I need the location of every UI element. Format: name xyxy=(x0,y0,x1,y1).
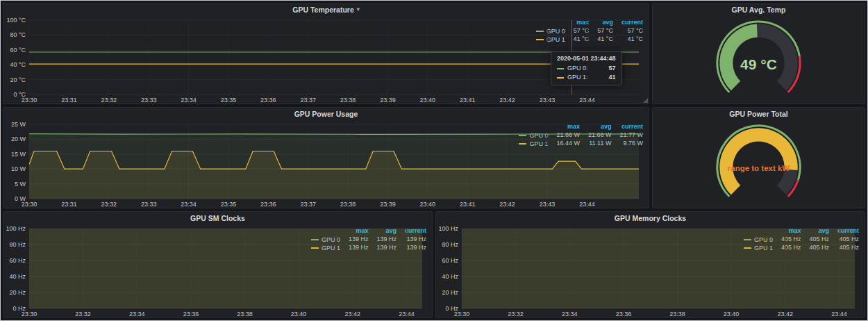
gpu-temperature-plot[interactable]: 23:3023:3123:3223:3323:3423:3523:3623:37… xyxy=(3,15,643,104)
svg-text:23:32: 23:32 xyxy=(508,311,524,318)
gpu-avg-temp-gauge: 49 °C xyxy=(653,15,865,104)
dashboard-row-2: GPU Power Usage 23:3023:3123:3223:3323:3… xyxy=(3,107,865,208)
svg-text:23:40: 23:40 xyxy=(420,97,436,104)
grafana-dashboard: GPU Temperature ▾ 23:3023:3123:3223:3323… xyxy=(0,0,868,321)
dashboard-row-1: GPU Temperature ▾ 23:3023:3123:3223:3323… xyxy=(3,3,865,104)
panel-title-text: GPU Power Usage xyxy=(294,110,358,118)
gpu-power-total-gauge: range to text kW xyxy=(653,120,865,208)
panel-title-text: GPU Avg. Temp xyxy=(732,6,786,14)
svg-text:23:32: 23:32 xyxy=(101,97,117,104)
svg-text:23:44: 23:44 xyxy=(579,97,595,104)
panel-title-gpu-memory-clocks[interactable]: GPU Memory Clocks xyxy=(436,212,865,224)
svg-text:23:40: 23:40 xyxy=(724,311,740,318)
panel-gpu-avg-temp: GPU Avg. Temp 49 °C xyxy=(652,3,865,104)
svg-text:23:36: 23:36 xyxy=(260,201,276,208)
gpu-power-usage-chart[interactable]: 23:3023:3123:3223:3323:3423:3523:3623:37… xyxy=(3,120,519,208)
svg-text:23:44: 23:44 xyxy=(399,311,415,318)
svg-text:23:41: 23:41 xyxy=(460,201,476,208)
svg-text:23:43: 23:43 xyxy=(540,201,556,208)
svg-text:23:37: 23:37 xyxy=(300,97,316,104)
gpu-memory-clocks-plot[interactable]: 23:3023:3223:3423:3623:3823:4023:4223:44… xyxy=(436,224,859,318)
svg-text:23:39: 23:39 xyxy=(380,201,396,208)
series-fill-1 xyxy=(29,224,422,308)
svg-text:15 W: 15 W xyxy=(11,151,26,158)
tooltip-series-row: GPU 1:41 xyxy=(557,73,616,82)
panel-title-gpu-power-usage[interactable]: GPU Power Usage xyxy=(3,108,649,120)
svg-text:0 Hz: 0 Hz xyxy=(445,305,458,312)
svg-text:23:34: 23:34 xyxy=(562,311,578,318)
svg-text:23:34: 23:34 xyxy=(181,97,197,104)
svg-text:23:42: 23:42 xyxy=(777,311,793,318)
svg-text:100 Hz: 100 Hz xyxy=(438,225,458,232)
svg-text:23:36: 23:36 xyxy=(183,311,199,318)
svg-text:40 °C: 40 °C xyxy=(10,61,26,68)
svg-text:23:33: 23:33 xyxy=(141,97,157,104)
svg-text:20 W: 20 W xyxy=(11,135,26,142)
svg-text:5 W: 5 W xyxy=(15,181,26,188)
shared-tooltip: 2020-05-01 23:44:48GPU 0:57GPU 1:41 xyxy=(551,51,622,85)
svg-text:23:32: 23:32 xyxy=(75,311,91,318)
panel-title-gpu-sm-clocks[interactable]: GPU SM Clocks xyxy=(3,212,432,224)
svg-text:100 Hz: 100 Hz xyxy=(6,225,26,232)
panel-resize-handle[interactable] xyxy=(643,98,648,103)
svg-text:23:36: 23:36 xyxy=(616,311,632,318)
gauge-value-text: 49 °C xyxy=(740,56,777,72)
svg-text:23:34: 23:34 xyxy=(181,201,197,208)
panel-body: 23:3023:3223:3423:3623:3823:4023:4223:44… xyxy=(3,224,432,318)
svg-text:25 W: 25 W xyxy=(11,121,26,128)
panel-title-gpu-temperature[interactable]: GPU Temperature ▾ xyxy=(3,3,649,15)
gpu-sm-clocks-chart[interactable]: 23:3023:3223:3423:3623:3823:4023:4223:44… xyxy=(3,224,311,318)
panel-title-text: GPU Memory Clocks xyxy=(615,214,686,222)
svg-text:23:34: 23:34 xyxy=(129,311,145,318)
svg-text:40 Hz: 40 Hz xyxy=(442,273,458,280)
svg-text:23:31: 23:31 xyxy=(61,97,77,104)
chevron-down-icon: ▾ xyxy=(357,6,360,13)
svg-text:40 Hz: 40 Hz xyxy=(9,273,26,280)
svg-text:23:36: 23:36 xyxy=(260,97,276,104)
svg-text:23:32: 23:32 xyxy=(101,201,117,208)
svg-text:23:31: 23:31 xyxy=(61,201,77,208)
panel-body: 23:3023:3223:3423:3623:3823:4023:4223:44… xyxy=(436,224,865,318)
svg-text:23:35: 23:35 xyxy=(221,97,237,104)
gpu-avg-temp-dial: 49 °C xyxy=(653,15,865,104)
gpu-power-total-dial: range to text kW xyxy=(653,120,865,208)
panel-title-text: GPU SM Clocks xyxy=(190,214,245,222)
svg-text:23:37: 23:37 xyxy=(300,201,316,208)
gpu-temperature-chart[interactable]: 23:3023:3123:3223:3323:3423:3523:3623:37… xyxy=(3,15,536,104)
svg-text:0 °C: 0 °C xyxy=(13,91,26,98)
panel-gpu-temperature: GPU Temperature ▾ 23:3023:3123:3223:3323… xyxy=(3,3,649,104)
gpu-power-usage-plot[interactable]: 23:3023:3123:3223:3323:3423:3523:3623:37… xyxy=(3,120,643,208)
svg-text:23:38: 23:38 xyxy=(340,97,356,104)
svg-text:60 Hz: 60 Hz xyxy=(442,257,458,264)
series-color-icon xyxy=(557,68,564,69)
panel-body: 23:3023:3123:3223:3323:3423:3523:3623:37… xyxy=(3,120,649,208)
panel-gpu-power-total: GPU Power Total range to text kW xyxy=(652,107,865,208)
svg-text:80 Hz: 80 Hz xyxy=(9,241,26,248)
gauge-value-text: range to text kW xyxy=(728,164,790,172)
svg-text:23:40: 23:40 xyxy=(291,311,307,318)
series-fill-1 xyxy=(462,224,855,308)
panel-gpu-power-usage: GPU Power Usage 23:3023:3123:3223:3323:3… xyxy=(3,107,649,208)
svg-text:100 °C: 100 °C xyxy=(6,17,26,24)
panel-title-gpu-power-total[interactable]: GPU Power Total xyxy=(653,108,865,120)
gpu-sm-clocks-plot[interactable]: 23:3023:3223:3423:3623:3823:4023:4223:44… xyxy=(3,224,426,318)
panel-body: 23:3023:3123:3223:3323:3423:3523:3623:37… xyxy=(3,15,649,104)
svg-text:23:38: 23:38 xyxy=(237,311,253,318)
svg-text:23:43: 23:43 xyxy=(540,97,556,104)
svg-text:23:40: 23:40 xyxy=(420,201,436,208)
svg-text:23:44: 23:44 xyxy=(579,201,595,208)
svg-text:23:44: 23:44 xyxy=(831,311,847,318)
svg-text:60 °C: 60 °C xyxy=(10,47,26,54)
svg-text:0 Hz: 0 Hz xyxy=(12,305,26,312)
svg-text:23:38: 23:38 xyxy=(669,311,685,318)
svg-text:80 °C: 80 °C xyxy=(10,31,26,38)
gpu-memory-clocks-chart[interactable]: 23:3023:3223:3423:3623:3823:4023:4223:44… xyxy=(436,224,744,318)
svg-text:23:33: 23:33 xyxy=(141,201,157,208)
panel-title-text: GPU Temperature xyxy=(292,6,354,14)
svg-text:20 Hz: 20 Hz xyxy=(442,289,458,296)
panel-title-gpu-avg-temp[interactable]: GPU Avg. Temp xyxy=(653,3,865,15)
series-line-0 xyxy=(29,134,639,135)
svg-text:23:38: 23:38 xyxy=(340,201,356,208)
series-color-icon xyxy=(557,77,564,79)
svg-text:20 °C: 20 °C xyxy=(10,76,26,83)
